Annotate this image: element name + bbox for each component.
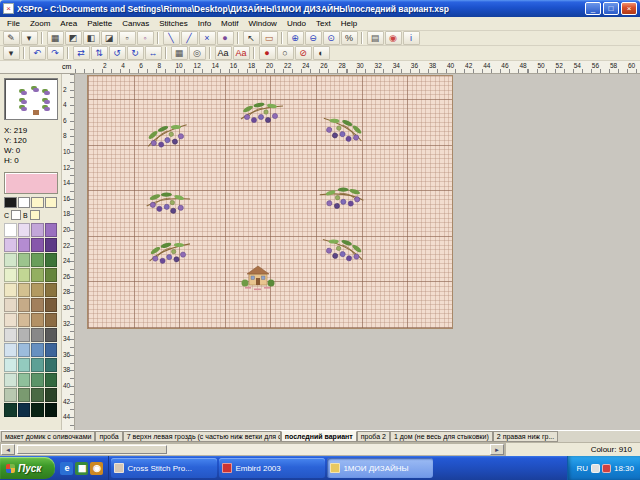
zoom-area-tool[interactable]: ⊙ xyxy=(323,31,340,45)
design-tab[interactable]: макет домик с оливочками xyxy=(1,431,95,442)
redo-button[interactable]: ↷ xyxy=(47,46,64,60)
color-wheel-button[interactable]: ◉ xyxy=(385,31,402,45)
undo-button[interactable]: ↶ xyxy=(29,46,46,60)
palette-swatch[interactable] xyxy=(18,313,31,327)
backstitch-tool[interactable]: ╲ xyxy=(163,31,180,45)
app-icon[interactable]: × xyxy=(3,3,14,14)
zoom-percent-button[interactable]: % xyxy=(341,31,358,45)
full-stitch-tool[interactable]: ▦ xyxy=(47,31,64,45)
selection-arrow-tool[interactable]: ↖ xyxy=(243,31,260,45)
menu-text[interactable]: Text xyxy=(311,19,336,28)
menu-info[interactable]: Info xyxy=(193,19,216,28)
french-knot-tool[interactable]: ◦ xyxy=(137,31,154,45)
palette-swatch[interactable] xyxy=(45,313,58,327)
palette-swatch[interactable] xyxy=(31,238,44,252)
pencil-tool[interactable]: ✎ xyxy=(3,31,20,45)
zoom-in-tool[interactable]: ⊕ xyxy=(287,31,304,45)
center-design-button[interactable]: ◎ xyxy=(189,46,206,60)
color-dim-button[interactable]: ○ xyxy=(277,46,294,60)
scroll-right-button[interactable]: ► xyxy=(490,444,504,455)
palette-swatch[interactable] xyxy=(45,358,58,372)
menu-palette[interactable]: Palette xyxy=(82,19,117,28)
scroll-track[interactable] xyxy=(15,444,490,455)
palette-swatch[interactable] xyxy=(18,268,31,282)
palette-swatch[interactable] xyxy=(11,210,21,220)
menu-file[interactable]: File xyxy=(2,19,25,28)
palette-swatch[interactable] xyxy=(4,298,17,312)
move-motif-tool[interactable]: ↔ xyxy=(145,46,162,60)
palette-swatch[interactable] xyxy=(4,268,17,282)
palette-swatch[interactable] xyxy=(31,253,44,267)
rotate-left-button[interactable]: ↺ xyxy=(109,46,126,60)
menu-motif[interactable]: Motif xyxy=(216,19,243,28)
thread-blend-button[interactable]: ◐ xyxy=(313,46,330,60)
palette-swatch[interactable] xyxy=(45,253,58,267)
menu-stitches[interactable]: Stitches xyxy=(154,19,192,28)
palette-swatch[interactable] xyxy=(18,283,31,297)
palette-swatch[interactable] xyxy=(31,403,44,417)
start-button[interactable]: Пуск xyxy=(0,457,55,479)
palette-swatch[interactable] xyxy=(4,328,17,342)
language-indicator[interactable]: RU xyxy=(576,464,588,473)
palette-swatch[interactable] xyxy=(4,223,17,237)
motif-select-dropdown[interactable]: ▾ xyxy=(3,46,20,60)
print-button[interactable]: ▤ xyxy=(367,31,384,45)
scroll-thumb[interactable] xyxy=(17,445,167,454)
palette-swatch[interactable] xyxy=(31,343,44,357)
menu-undo[interactable]: Undo xyxy=(282,19,311,28)
palette-swatch[interactable] xyxy=(45,298,58,312)
palette-swatch[interactable] xyxy=(4,238,17,252)
petite-stitch-tool[interactable]: ▫ xyxy=(119,31,136,45)
color-highlight-button[interactable]: ● xyxy=(259,46,276,60)
design-preview[interactable] xyxy=(4,78,58,120)
flip-vertical-button[interactable]: ⇅ xyxy=(91,46,108,60)
taskbar-task[interactable]: Embird 2003 xyxy=(219,458,325,478)
stitch-canvas[interactable] xyxy=(87,75,453,329)
color-exclude-button[interactable]: ⊘ xyxy=(295,46,312,60)
font-cyrillic-button[interactable]: Аа xyxy=(233,46,250,60)
palette-swatch[interactable] xyxy=(4,343,17,357)
palette-swatch[interactable] xyxy=(45,223,58,237)
pencil-mode-dropdown[interactable]: ▾ xyxy=(21,31,38,45)
menu-area[interactable]: Area xyxy=(55,19,82,28)
close-button[interactable]: × xyxy=(621,2,637,15)
quick-launch-icon-3[interactable]: ◉ xyxy=(90,462,103,475)
palette-swatch[interactable] xyxy=(4,358,17,372)
horizontal-scrollbar[interactable]: ◄ ► xyxy=(0,443,505,456)
palette-swatch[interactable] xyxy=(31,313,44,327)
palette-swatch[interactable] xyxy=(18,223,31,237)
tray-status-icon-1[interactable] xyxy=(591,464,600,473)
quarter-stitch-tool[interactable]: ◧ xyxy=(83,31,100,45)
quick-launch-icon-1[interactable]: e xyxy=(60,462,73,475)
rotate-right-button[interactable]: ↻ xyxy=(127,46,144,60)
bead-tool[interactable]: ● xyxy=(217,31,234,45)
palette-swatch[interactable] xyxy=(18,358,31,372)
scroll-left-button[interactable]: ◄ xyxy=(1,444,15,455)
half-stitch-tool[interactable]: ◩ xyxy=(65,31,82,45)
palette-swatch[interactable] xyxy=(30,210,40,220)
palette-swatch[interactable] xyxy=(4,403,17,417)
palette-swatch[interactable] xyxy=(31,268,44,282)
palette-swatch[interactable] xyxy=(45,238,58,252)
tray-status-icon-2[interactable] xyxy=(602,464,611,473)
palette-swatch[interactable] xyxy=(45,283,58,297)
half-backstitch-tool[interactable]: ╱ xyxy=(181,31,198,45)
palette-swatch[interactable] xyxy=(45,373,58,387)
info-button[interactable]: i xyxy=(403,31,420,45)
quick-launch-icon-2[interactable]: ▦ xyxy=(75,462,88,475)
design-tab[interactable]: последний вариант xyxy=(281,431,357,442)
minimize-button[interactable]: _ xyxy=(585,2,601,15)
taskbar-task[interactable]: 1МОИ ДИЗАЙНЫ xyxy=(327,458,433,478)
grid-toggle-button[interactable]: ▦ xyxy=(171,46,188,60)
palette-swatch[interactable] xyxy=(18,403,31,417)
zoom-out-tool[interactable]: ⊖ xyxy=(305,31,322,45)
palette-swatch[interactable] xyxy=(31,373,44,387)
taskbar-task[interactable]: Cross Stitch Pro... xyxy=(111,458,217,478)
palette-swatch[interactable] xyxy=(4,373,17,387)
palette-swatch[interactable] xyxy=(18,298,31,312)
palette-swatch[interactable] xyxy=(31,197,44,208)
current-thread-color[interactable] xyxy=(4,172,58,194)
palette-swatch[interactable] xyxy=(18,197,31,208)
flip-horizontal-button[interactable]: ⇄ xyxy=(73,46,90,60)
font-latin-button[interactable]: Aa xyxy=(215,46,232,60)
